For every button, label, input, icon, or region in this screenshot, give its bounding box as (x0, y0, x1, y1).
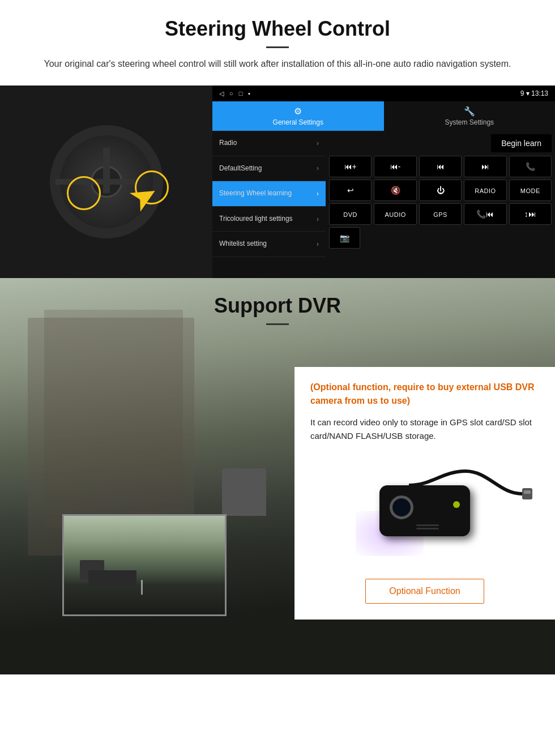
android-tabs[interactable]: ⚙ General Settings 🔧 System Settings (212, 101, 555, 131)
dvr-content-area: (Optional function, require to buy exter… (0, 333, 555, 667)
menu-steering-chevron: › (317, 190, 319, 198)
clock: 13:13 (531, 89, 548, 97)
section1-description: Your original car's steering wheel contr… (34, 57, 521, 71)
android-panel: ◁ ○ □ ▪ 9 ▾ 13:13 ⚙ General Settings 🔧 S… (212, 86, 555, 278)
media-icon: ▪ (248, 90, 250, 97)
dvr-section-header: Support DVR (0, 278, 555, 333)
menu-whitelist-label: Whitelist setting (219, 240, 267, 249)
radio-mode-button[interactable]: RADIO (464, 180, 506, 201)
steering-wheel-image: ➤ (0, 86, 212, 278)
statusbar-left-icons: ◁ ○ □ ▪ (219, 90, 250, 97)
android-body: Radio › DefaultSetting › Steering Wheel … (212, 131, 555, 278)
control-row-1: ⏮+ ⏮- ⏮ ⏭ 📞 (329, 156, 552, 177)
dvd-button[interactable]: DVD (329, 203, 372, 225)
signal-icon: 9 ▾ (520, 89, 531, 97)
vol-down-icon: ⏮- (390, 162, 401, 171)
home-icon: ○ (229, 90, 233, 97)
mute-icon: 🔇 (391, 186, 400, 195)
begin-learn-row: Begin learn (329, 134, 552, 152)
back-icon: ◁ (219, 90, 224, 97)
menu-tricoloured-chevron: › (317, 215, 319, 223)
next-track-button[interactable]: ⏭ (464, 156, 506, 177)
menu-radio-label: Radio (219, 139, 237, 148)
menu-list: Radio › DefaultSetting › Steering Wheel … (212, 131, 326, 278)
control-row-2: ↩ 🔇 ⏻ RADIO MODE (329, 180, 552, 201)
optional-function-button[interactable]: Optional Function (365, 579, 484, 604)
begin-learn-button[interactable]: Begin learn (491, 134, 552, 152)
dvr-title: Support DVR (0, 294, 555, 318)
tab-general-label: General Settings (273, 118, 323, 126)
spoke-v (103, 148, 110, 193)
phone-prev-icon: 📞⏮ (476, 210, 494, 219)
menu-item-tricoloured[interactable]: Tricoloured light settings › (212, 207, 326, 232)
tab-system-label: System Settings (445, 118, 494, 126)
prev-track-button[interactable]: ⏮ (419, 156, 462, 177)
android-statusbar: ◁ ○ □ ▪ 9 ▾ 13:13 (212, 86, 555, 101)
camera-button[interactable]: 📷 (329, 227, 360, 249)
control-row-3: DVD AUDIO GPS 📞⏮ ↕⏭ (329, 203, 552, 225)
control-row-4: 📷 (329, 227, 552, 249)
vol-up-icon: ⏮+ (344, 162, 357, 171)
tab-system-settings[interactable]: 🔧 System Settings (384, 101, 556, 131)
steering-wheel-area: ➤ ◁ ○ □ ▪ 9 ▾ 13:13 ⚙ General Settings (0, 86, 555, 278)
highlight-circle-left (67, 176, 101, 210)
hang-up-button[interactable]: ↩ (329, 180, 372, 201)
general-settings-icon: ⚙ (294, 106, 302, 117)
dvr-optional-notice: (Optional function, require to buy exter… (310, 381, 539, 408)
dvr-thumbnail (62, 514, 227, 616)
camera-icon: 📷 (340, 233, 349, 242)
dvr-left (0, 333, 294, 667)
vol-down-button[interactable]: ⏮- (374, 156, 416, 177)
usb-cable (409, 460, 533, 528)
vol-up-button[interactable]: ⏮+ (329, 156, 372, 177)
menu-item-default-setting[interactable]: DefaultSetting › (212, 156, 326, 182)
phone-icon: 📞 (526, 162, 535, 171)
svg-rect-1 (524, 490, 531, 494)
power-icon: ⏻ (437, 186, 445, 195)
mode-label: MODE (520, 187, 540, 194)
audio-button[interactable]: AUDIO (374, 203, 416, 225)
controls-panel: Begin learn ⏮+ ⏮- ⏮ ⏭ (326, 131, 555, 278)
menu-default-label: DefaultSetting (219, 164, 262, 173)
menu-item-radio[interactable]: Radio › (212, 131, 326, 156)
phone-button[interactable]: 📞 (509, 156, 552, 177)
title-divider (266, 46, 289, 48)
swap-next-icon: ↕⏭ (524, 210, 536, 219)
mode-button[interactable]: MODE (509, 180, 552, 201)
menu-default-chevron: › (317, 164, 319, 172)
gps-button[interactable]: GPS (419, 203, 462, 225)
section1-header: Steering Wheel Control Your original car… (0, 0, 555, 76)
statusbar-right-area: 9 ▾ 13:13 (520, 89, 548, 97)
menu-item-whitelist[interactable]: Whitelist setting › (212, 232, 326, 257)
gps-label: GPS (433, 211, 447, 218)
dvr-description: It can record video only to storage in G… (310, 416, 539, 443)
dvd-label: DVD (343, 211, 357, 218)
tab-general-settings[interactable]: ⚙ General Settings (212, 101, 384, 131)
menu-tricoloured-label: Tricoloured light settings (219, 215, 293, 224)
dvr-section: Support DVR (Optional function, require … (0, 278, 555, 674)
audio-label: AUDIO (385, 211, 405, 218)
menu-steering-label: Steering Wheel learning (219, 189, 292, 198)
menu-whitelist-chevron: › (317, 240, 319, 248)
radio-label: RADIO (475, 187, 496, 194)
recents-icon: □ (239, 90, 243, 97)
phone-prev-button[interactable]: 📞⏮ (464, 203, 506, 225)
dvr-divider (266, 323, 289, 325)
menu-radio-chevron: › (317, 139, 319, 147)
dvr-camera-illustration (310, 454, 539, 567)
mute-button[interactable]: 🔇 (374, 180, 416, 201)
hang-up-icon: ↩ (347, 186, 354, 195)
menu-item-steering-wheel[interactable]: Steering Wheel learning › (212, 181, 326, 207)
power-button[interactable]: ⏻ (419, 180, 462, 201)
prev-track-icon: ⏮ (437, 162, 445, 171)
dvr-info-card: (Optional function, require to buy exter… (294, 367, 555, 620)
system-settings-icon: 🔧 (464, 106, 475, 117)
page-title: Steering Wheel Control (23, 17, 532, 41)
swap-next-button[interactable]: ↕⏭ (509, 203, 552, 225)
next-track-icon: ⏭ (481, 162, 489, 171)
